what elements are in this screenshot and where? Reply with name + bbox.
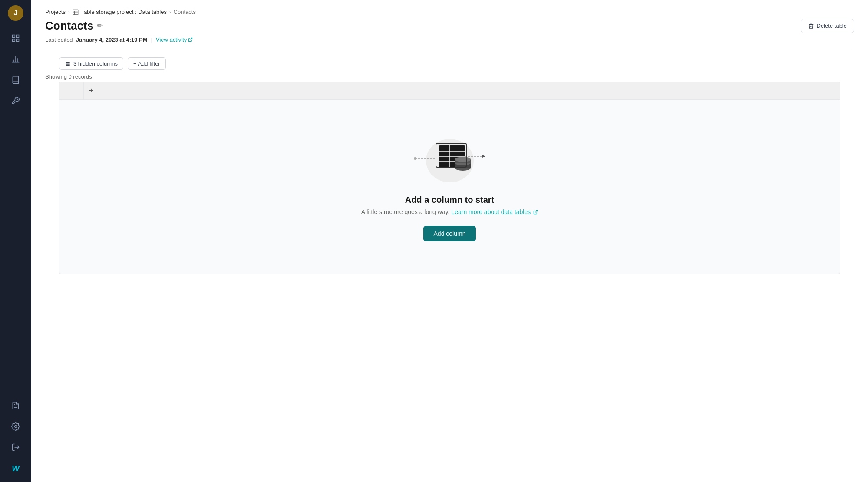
user-avatar[interactable]: J — [8, 5, 23, 21]
view-activity-link[interactable]: View activity — [156, 36, 193, 43]
sidebar-item-book[interactable] — [7, 71, 24, 89]
table-storage-icon — [73, 9, 79, 15]
add-column-button[interactable]: Add column — [423, 226, 476, 241]
empty-state-subtitle: A little structure goes a long way. Lear… — [361, 208, 538, 215]
sidebar: J — [0, 0, 31, 482]
page-header: Projects › Table storage project : Data … — [31, 0, 868, 73]
sidebar-logo: w — [7, 459, 24, 477]
sidebar-bottom: w — [7, 397, 24, 477]
learn-more-link[interactable]: Learn more about data tables — [451, 208, 538, 215]
svg-line-37 — [535, 211, 538, 213]
sidebar-item-settings[interactable] — [7, 418, 24, 435]
add-column-header-button[interactable]: + — [84, 82, 99, 99]
last-edited-text: Last edited January 4, 2023 at 4:19 PM — [45, 36, 148, 43]
breadcrumb-current: Contacts — [174, 9, 196, 15]
sidebar-nav — [7, 30, 24, 397]
breadcrumb-sep-1: › — [68, 10, 70, 15]
last-edited-row: Last edited January 4, 2023 at 4:19 PM |… — [45, 36, 854, 43]
header-divider — [45, 50, 854, 50]
svg-rect-2 — [13, 39, 15, 42]
svg-line-16 — [190, 38, 192, 40]
empty-state-title: Add a column to start — [405, 195, 495, 205]
view-activity-label: View activity — [156, 36, 187, 43]
empty-subtitle-text: A little structure goes a long way. — [361, 208, 450, 215]
svg-marker-25 — [482, 155, 485, 158]
svg-point-10 — [15, 426, 17, 428]
svg-rect-0 — [13, 35, 15, 38]
page-title-row: Contacts ✏ Delete table — [45, 19, 854, 33]
learn-more-external-icon — [533, 210, 538, 215]
svg-rect-3 — [17, 39, 19, 42]
columns-icon — [65, 61, 71, 67]
svg-rect-1 — [17, 35, 19, 38]
hidden-columns-label: 3 hidden columns — [73, 60, 118, 67]
sidebar-item-tables[interactable] — [7, 30, 24, 47]
add-column-symbol: + — [89, 86, 94, 96]
svg-point-35 — [455, 157, 471, 162]
sidebar-item-logout[interactable] — [7, 439, 24, 456]
sidebar-item-chart[interactable] — [7, 50, 24, 68]
records-count-text: Showing 0 records — [45, 73, 92, 80]
breadcrumb-sep-2: › — [169, 10, 171, 15]
hidden-columns-button[interactable]: 3 hidden columns — [59, 57, 123, 70]
sidebar-item-reports[interactable] — [7, 397, 24, 414]
breadcrumb-projects[interactable]: Projects — [45, 9, 66, 15]
sidebar-item-wrench[interactable] — [7, 92, 24, 109]
edit-title-icon[interactable]: ✏ — [97, 22, 102, 30]
empty-state-svg — [406, 132, 493, 185]
breadcrumb-project[interactable]: Table storage project : Data tables — [81, 9, 167, 15]
main-content: Projects › Table storage project : Data … — [31, 0, 868, 482]
table-container: + — [59, 82, 840, 274]
empty-state-illustration — [406, 132, 493, 185]
records-count: Showing 0 records — [31, 73, 868, 80]
svg-rect-12 — [73, 10, 78, 15]
empty-state: Add a column to start A little structure… — [59, 100, 840, 274]
external-link-icon — [188, 37, 193, 42]
page-title: Contacts ✏ — [45, 19, 102, 33]
delete-table-button[interactable]: Delete table — [801, 19, 854, 33]
learn-more-label: Learn more about data tables — [451, 208, 531, 215]
page-title-text: Contacts — [45, 19, 93, 33]
last-edited-date: January 4, 2023 at 4:19 PM — [76, 36, 148, 43]
add-filter-label: + Add filter — [133, 60, 160, 67]
add-filter-button[interactable]: + Add filter — [128, 57, 166, 70]
delete-table-label: Delete table — [817, 23, 847, 29]
row-number-col — [59, 82, 84, 99]
trash-icon — [808, 23, 814, 29]
svg-point-23 — [414, 157, 416, 160]
breadcrumb: Projects › Table storage project : Data … — [45, 9, 854, 15]
toolbar: 3 hidden columns + Add filter — [45, 57, 854, 70]
table-header-row: + — [59, 82, 840, 100]
table-area: + — [31, 82, 868, 482]
